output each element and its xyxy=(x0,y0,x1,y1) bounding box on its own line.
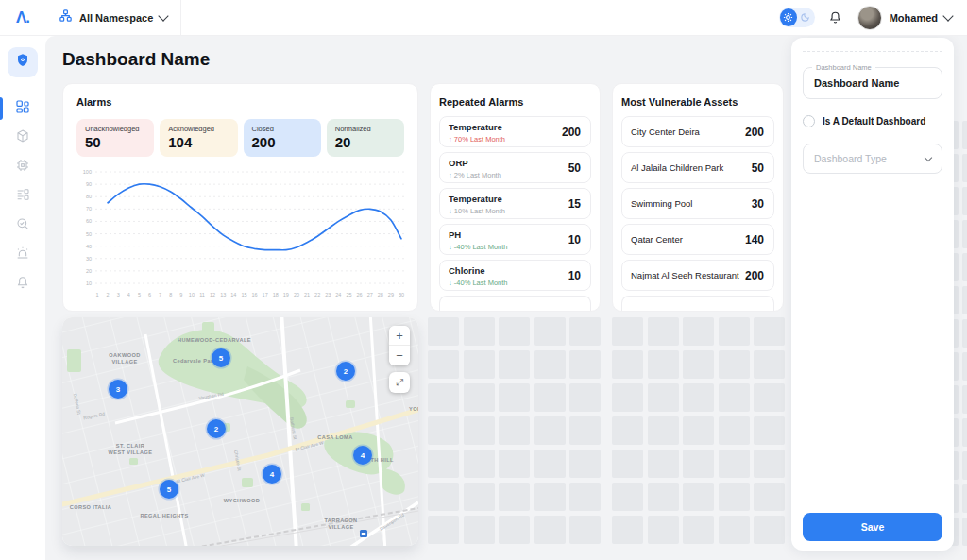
avatar[interactable] xyxy=(857,6,882,30)
skeleton-cell xyxy=(534,383,566,412)
skeleton-cell xyxy=(683,450,714,478)
sidebar-item-dashboards[interactable] xyxy=(0,94,45,123)
default-dashboard-option[interactable]: Is A Default Dashboard xyxy=(803,115,942,127)
repeated-alarm-item: Chlorine↓ -40% Last Month10 xyxy=(439,260,591,291)
skeleton-cell xyxy=(464,350,495,379)
dashboard-type-placeholder: Dashboard Type xyxy=(814,153,887,164)
sidebar-item-security-app[interactable] xyxy=(8,47,38,77)
stat-box-normalized: Normalized20 xyxy=(327,119,404,157)
map-marker[interactable]: 4 xyxy=(263,465,281,484)
namespace-selector[interactable]: All Namespace xyxy=(45,0,180,35)
svg-text:18: 18 xyxy=(273,292,279,297)
panel-divider xyxy=(803,51,942,52)
map-zoom-in-button[interactable]: + xyxy=(389,326,410,346)
cube-icon xyxy=(15,128,30,147)
svg-text:90: 90 xyxy=(86,181,92,187)
sidebar-item-notifications[interactable] xyxy=(0,270,45,298)
dashboard-name-input[interactable] xyxy=(804,68,942,98)
skeleton-cell xyxy=(499,383,530,412)
skeleton-cell xyxy=(612,516,643,544)
map-marker[interactable]: 3 xyxy=(109,380,127,399)
svg-text:3: 3 xyxy=(116,385,121,394)
page-title: Dashboard Name xyxy=(62,49,210,70)
map-marker[interactable]: 2 xyxy=(207,419,226,438)
theme-toggle[interactable] xyxy=(779,8,815,27)
map-marker[interactable]: 2 xyxy=(336,362,355,381)
map-area-label: HUMEWOOD-CEDARVALE xyxy=(178,337,251,343)
svg-text:12: 12 xyxy=(210,292,215,297)
skeleton-cell xyxy=(648,450,679,478)
asset-item: Qatar Center140 xyxy=(621,224,774,255)
dark-mode-icon[interactable] xyxy=(797,8,814,26)
map-marker[interactable]: 4 xyxy=(353,446,372,465)
svg-text:10: 10 xyxy=(189,292,195,297)
stat-value: 50 xyxy=(85,134,145,150)
svg-text:40: 40 xyxy=(86,244,92,249)
skeleton-cell xyxy=(464,516,495,544)
map-card[interactable]: Vaughan RdSt Clair Ave WSt Clair Ave WBa… xyxy=(62,317,418,546)
skeleton-cell xyxy=(754,317,785,346)
loading-skeleton-grid xyxy=(612,317,785,544)
skeleton-cell xyxy=(428,416,459,445)
skeleton-cell xyxy=(612,383,643,412)
user-menu[interactable]: Mohamed xyxy=(857,6,952,30)
sidebar-item-templates[interactable] xyxy=(0,182,45,211)
repeated-alarm-item: Temperature↓ 10% Last Month15 xyxy=(439,188,591,219)
stat-box-acknowledged: Acknowledged104 xyxy=(160,119,237,157)
sidebar-item-inspections[interactable] xyxy=(0,212,45,240)
sidebar-item-alarms[interactable] xyxy=(0,241,45,269)
top-bar: Λ. All Namespace Mohame xyxy=(0,0,967,36)
skeleton-cell xyxy=(648,516,679,544)
skeleton-cell xyxy=(962,319,967,348)
light-mode-icon[interactable] xyxy=(780,8,797,26)
skeleton-cell xyxy=(612,450,643,478)
map-fullscreen-button[interactable]: ⤢ xyxy=(389,372,410,393)
sidebar-item-devices[interactable] xyxy=(0,153,45,181)
skeleton-cell xyxy=(648,483,679,511)
skeleton-cell xyxy=(569,483,601,511)
map-marker[interactable]: 5 xyxy=(160,480,178,499)
dashboard-type-select[interactable]: Dashboard Type xyxy=(803,144,942,174)
skeleton-cell xyxy=(499,317,530,346)
bell-icon xyxy=(15,275,30,294)
chevron-down-icon xyxy=(925,153,932,161)
notifications-bell-icon[interactable] xyxy=(828,10,842,25)
alarm-stats: Unacknowledged50Acknowledged104Closed200… xyxy=(76,119,404,157)
svg-text:4: 4 xyxy=(361,451,365,460)
svg-text:4: 4 xyxy=(127,292,130,297)
skeleton-cell xyxy=(499,483,530,511)
skeleton-cell xyxy=(754,350,785,379)
skeleton-cell xyxy=(648,383,679,412)
svg-text:16: 16 xyxy=(251,292,257,297)
radio-icon[interactable] xyxy=(803,115,815,127)
map-marker[interactable]: 5 xyxy=(212,348,230,367)
skeleton-cell xyxy=(754,450,785,478)
svg-text:28: 28 xyxy=(378,292,383,297)
skeleton-cell xyxy=(612,350,643,379)
skeleton-cell xyxy=(499,350,530,379)
skeleton-cell xyxy=(464,416,495,445)
skeleton-cell xyxy=(962,154,967,182)
svg-text:7: 7 xyxy=(159,292,161,297)
user-name: Mohamed xyxy=(890,12,938,24)
skeleton-cell xyxy=(683,350,714,379)
vulnerable-assets-card: Most Vulnerable Assets City Center Deira… xyxy=(612,83,784,312)
dashboard-name-field-label: Dashboard Name xyxy=(812,63,875,72)
map-zoom-out-button[interactable]: − xyxy=(389,346,410,365)
svg-text:20: 20 xyxy=(294,292,299,297)
chevron-down-icon xyxy=(942,10,953,21)
stat-label: Unacknowledged xyxy=(85,125,145,133)
map-area-label: CASA LOMA xyxy=(317,434,352,440)
stat-label: Acknowledged xyxy=(168,125,229,133)
asset-item-partial xyxy=(621,296,774,312)
skeleton-cell xyxy=(719,416,750,445)
skeleton-cell xyxy=(428,350,459,379)
svg-text:20: 20 xyxy=(86,268,92,274)
stat-value: 20 xyxy=(335,134,396,150)
svg-text:60: 60 xyxy=(86,218,92,224)
sidebar-item-assets[interactable] xyxy=(0,124,45,152)
svg-text:8: 8 xyxy=(169,292,172,297)
save-button[interactable]: Save xyxy=(803,513,942,541)
app-logo: Λ. xyxy=(0,8,45,27)
alarms-card-title: Alarms xyxy=(76,96,404,108)
